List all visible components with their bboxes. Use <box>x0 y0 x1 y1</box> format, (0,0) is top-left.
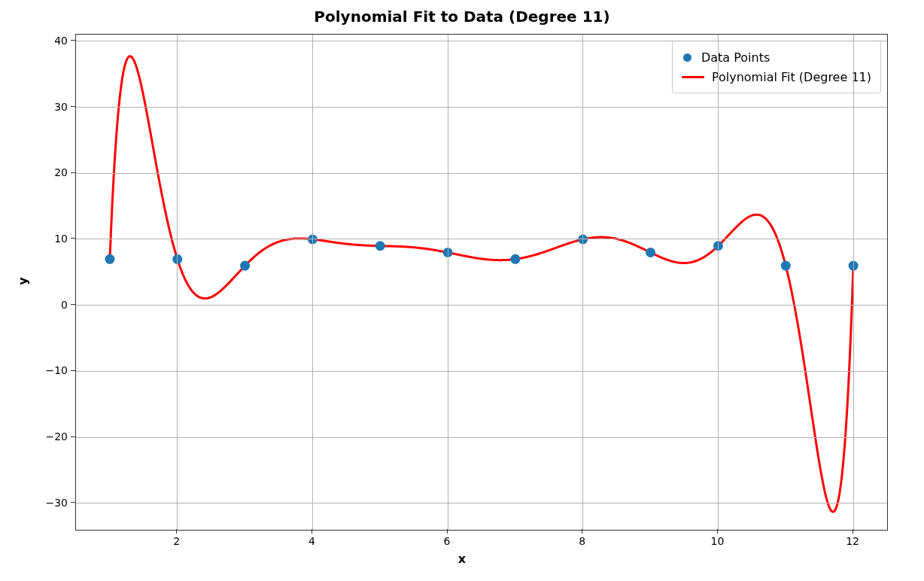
y-tick-mark <box>71 304 75 305</box>
chart-title: Polynomial Fit to Data (Degree 11) <box>0 8 924 26</box>
y-tick-mark <box>71 370 75 371</box>
y-tick-label: 0 <box>45 299 68 311</box>
grid-h <box>76 305 887 306</box>
axes-area: Data Points Polynomial Fit (Degree 11) <box>75 34 888 531</box>
legend-marker-icon <box>682 51 694 63</box>
data-point <box>646 248 655 257</box>
grid-h <box>76 371 887 372</box>
y-tick-label: 10 <box>45 233 68 245</box>
x-tick-mark <box>447 529 448 534</box>
legend-entry-line: Polynomial Fit (Degree 11) <box>682 67 871 87</box>
x-tick-mark <box>853 529 853 534</box>
grid-v <box>582 35 583 530</box>
legend-entry-points: Data Points <box>682 47 871 67</box>
grid-v <box>718 35 719 530</box>
grid-v <box>853 35 854 530</box>
fit-line <box>110 56 853 512</box>
x-tick-mark <box>717 529 718 534</box>
y-tick-label: −10 <box>45 364 68 376</box>
grid-h <box>76 437 887 438</box>
y-tick-mark <box>71 106 75 107</box>
data-point <box>240 261 250 271</box>
x-tick-label: 12 <box>846 535 859 547</box>
y-tick-mark <box>71 238 75 239</box>
x-tick-label: 2 <box>173 535 180 547</box>
data-point <box>781 261 791 271</box>
y-tick-mark <box>71 40 75 41</box>
grid-v <box>448 35 448 530</box>
x-tick-label: 4 <box>309 535 315 547</box>
y-axis-label: y <box>16 274 30 289</box>
y-tick-mark <box>71 172 75 173</box>
data-point <box>375 241 385 251</box>
grid-h <box>76 239 887 239</box>
x-tick-label: 6 <box>444 535 451 547</box>
grid-h <box>76 41 887 41</box>
x-axis-label: x <box>0 552 924 566</box>
grid-v <box>312 35 313 530</box>
plot-svg <box>76 35 887 530</box>
y-tick-label: 40 <box>45 35 68 47</box>
y-tick-label: 30 <box>45 101 68 113</box>
grid-h <box>76 173 887 174</box>
figure: Polynomial Fit to Data (Degree 11) Data … <box>0 0 924 581</box>
legend-points-label: Data Points <box>701 50 770 65</box>
y-tick-mark <box>71 502 75 503</box>
y-tick-label: 20 <box>45 166 68 178</box>
x-tick-mark <box>582 529 582 534</box>
data-point <box>510 254 520 264</box>
x-tick-mark <box>312 529 312 534</box>
legend-line-label: Polynomial Fit (Degree 11) <box>712 70 871 84</box>
grid-h <box>76 107 887 108</box>
data-point <box>105 254 114 264</box>
x-tick-label: 8 <box>579 535 585 547</box>
x-tick-mark <box>176 529 177 534</box>
x-tick-label: 10 <box>710 535 724 547</box>
legend: Data Points Polynomial Fit (Degree 11) <box>672 41 881 93</box>
grid-h <box>76 503 887 503</box>
legend-line-icon <box>682 76 704 78</box>
y-tick-label: −20 <box>45 430 68 443</box>
grid-v <box>177 35 178 530</box>
y-tick-label: −30 <box>45 497 68 509</box>
y-tick-mark <box>71 437 75 437</box>
